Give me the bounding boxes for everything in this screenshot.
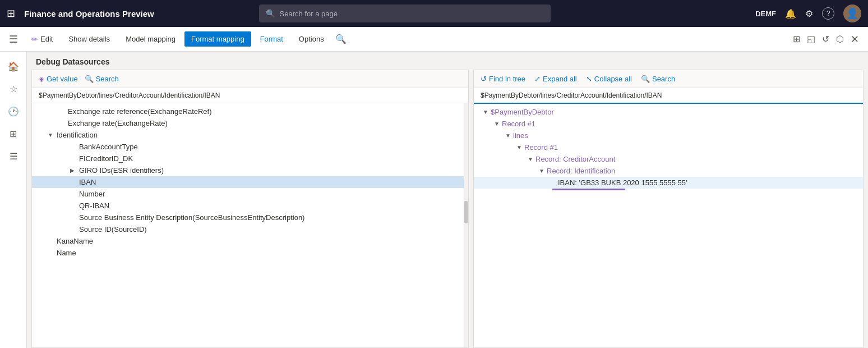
options-button[interactable]: Options [292,31,331,47]
top-right-icons: DEMF 🔔 ⚙ ? 👤 [755,4,861,22]
toolbar-icon-1[interactable]: ⊞ [793,34,800,44]
format-mapping-button[interactable]: Format mapping [184,31,251,47]
toolbar-icon-2[interactable]: ◱ [807,34,815,44]
help-icon[interactable]: ? [822,7,834,20]
user-label: DEMF [755,10,776,18]
close-icon[interactable]: ✕ [851,33,859,45]
search-icon: 🔍 [266,9,275,18]
edit-button[interactable]: ✏ Edit [25,31,59,47]
top-search-bar[interactable]: 🔍 [259,4,551,22]
toolbar-search-icon[interactable]: 🔍 [335,34,347,44]
toolbar-icon-3[interactable]: ↺ [822,34,829,44]
top-nav: ⊞ Finance and Operations Preview 🔍 DEMF … [0,0,868,27]
model-mapping-button[interactable]: Model mapping [119,31,182,47]
settings-icon[interactable]: ⚙ [805,8,813,19]
menu-icon[interactable]: ☰ [9,33,18,45]
format-button[interactable]: Format [253,31,290,47]
show-details-button[interactable]: Show details [62,31,117,47]
second-toolbar: ☰ ✏ Edit Show details Model mapping Form… [0,27,868,52]
notification-icon[interactable]: 🔔 [785,8,796,19]
app-grid-icon[interactable]: ⊞ [7,7,15,20]
toolbar-icon-4[interactable]: ⬡ [836,34,844,44]
search-input[interactable] [280,10,544,18]
avatar[interactable]: 👤 [843,4,861,22]
app-title: Finance and Operations Preview [24,9,154,19]
edit-icon: ✏ [31,35,38,44]
